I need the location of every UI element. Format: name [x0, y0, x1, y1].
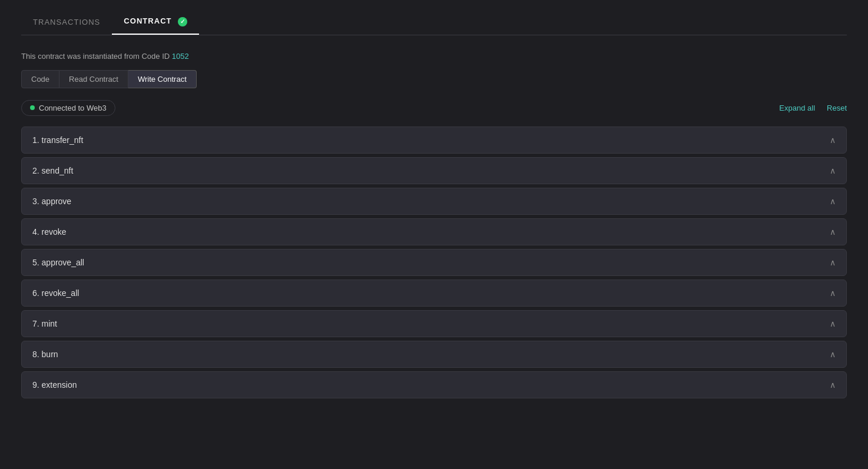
sub-tab-write[interactable]: Write Contract [128, 70, 197, 88]
sub-tab-code[interactable]: Code [21, 70, 59, 88]
chevron-up-icon: ∧ [830, 350, 836, 358]
chevron-up-icon: ∧ [830, 289, 836, 297]
tabs-bar: TRANSACTIONS CONTRACT ✓ [21, 0, 847, 35]
toolbar-actions: Expand all Reset [779, 104, 847, 112]
connected-badge[interactable]: Connected to Web3 [21, 100, 115, 116]
contract-item[interactable]: 6. revoke_all∧ [21, 280, 847, 307]
contract-item[interactable]: 8. burn∧ [21, 341, 847, 368]
contract-item[interactable]: 3. approve∧ [21, 188, 847, 215]
chevron-up-icon: ∧ [830, 197, 836, 205]
contract-item-label: 4. revoke [32, 227, 67, 237]
contract-item-label: 6. revoke_all [32, 288, 79, 298]
chevron-up-icon: ∧ [830, 167, 836, 175]
contract-item[interactable]: 1. transfer_nft∧ [21, 127, 847, 154]
contract-verified-icon: ✓ [178, 17, 187, 26]
sub-tab-read[interactable]: Read Contract [59, 70, 128, 88]
toolbar: Connected to Web3 Expand all Reset [21, 100, 847, 116]
contract-item[interactable]: 2. send_nft∧ [21, 157, 847, 184]
contract-item-label: 2. send_nft [32, 166, 73, 175]
contract-item[interactable]: 7. mint∧ [21, 310, 847, 337]
contract-item-label: 9. extension [32, 380, 77, 390]
contract-item-label: 5. approve_all [32, 258, 84, 267]
info-text: This contract was instantiated from Code… [21, 52, 172, 61]
page-container: TRANSACTIONS CONTRACT ✓ This contract wa… [0, 0, 868, 420]
contract-item-label: 1. transfer_nft [32, 135, 83, 145]
code-id-link[interactable]: 1052 [172, 52, 189, 61]
contract-item[interactable]: 5. approve_all∧ [21, 249, 847, 276]
tab-contract[interactable]: CONTRACT ✓ [112, 11, 199, 35]
chevron-up-icon: ∧ [830, 258, 836, 267]
sub-tabs: Code Read Contract Write Contract [21, 70, 847, 88]
contract-item[interactable]: 4. revoke∧ [21, 218, 847, 245]
reset-button[interactable]: Reset [827, 104, 847, 112]
chevron-up-icon: ∧ [830, 381, 836, 389]
chevron-up-icon: ∧ [830, 136, 836, 144]
expand-all-button[interactable]: Expand all [779, 104, 815, 112]
connected-dot [30, 105, 35, 110]
chevron-up-icon: ∧ [830, 228, 836, 236]
contract-item-label: 3. approve [32, 197, 71, 206]
contract-item-label: 8. burn [32, 350, 58, 359]
connected-label: Connected to Web3 [39, 104, 107, 112]
tab-transactions[interactable]: TRANSACTIONS [21, 12, 112, 35]
contract-list: 1. transfer_nft∧2. send_nft∧3. approve∧4… [21, 127, 847, 398]
chevron-up-icon: ∧ [830, 320, 836, 328]
contract-item-label: 7. mint [32, 319, 57, 328]
contract-item[interactable]: 9. extension∧ [21, 371, 847, 398]
info-bar: This contract was instantiated from Code… [21, 47, 847, 70]
